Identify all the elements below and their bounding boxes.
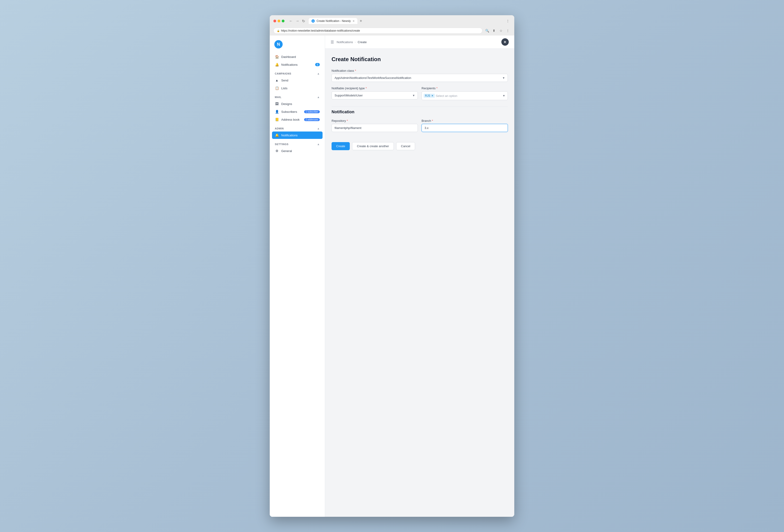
notification-class-group: Notification class * App\Admin\Notificat… bbox=[332, 69, 508, 82]
recipients-field[interactable]: RJS ✕ Select an option ▼ bbox=[422, 91, 508, 100]
notification-class-wrapper: App\Admin\Notifications\TestWorkflowSucc… bbox=[332, 74, 508, 82]
url-display: https://notion-newsletter.test/admin/dat… bbox=[281, 29, 360, 32]
sidebar-label-notifications: Notifications bbox=[281, 63, 298, 66]
create-button[interactable]: Create bbox=[332, 142, 350, 150]
repository-input[interactable] bbox=[332, 124, 418, 132]
refresh-button[interactable]: ↻ bbox=[301, 19, 306, 24]
tab-favicon: N bbox=[311, 19, 315, 23]
mail-toggle[interactable]: ▲ bbox=[317, 95, 320, 99]
sidebar-nav: 🏠 Dashboard 🔔 Notifications 6 CAMPAIGNS … bbox=[270, 53, 325, 155]
lock-icon: 🔒 bbox=[277, 30, 280, 32]
sidebar-logo: N bbox=[270, 40, 325, 53]
minimize-traffic-light[interactable] bbox=[278, 20, 280, 22]
branch-input[interactable] bbox=[422, 124, 508, 132]
required-marker-3: * bbox=[436, 86, 438, 90]
notifiable-type-label: Notifiable (recipient) type * bbox=[332, 86, 418, 90]
forward-button[interactable]: → bbox=[295, 19, 300, 24]
page-title: Create Notification bbox=[332, 56, 508, 62]
sidebar-label-send: Send bbox=[281, 79, 288, 82]
main-content: ☰ Notifications › Create R Create Notifi… bbox=[325, 35, 514, 517]
breadcrumb-root: Notifications bbox=[337, 40, 353, 44]
bookmark-button[interactable]: ☆ bbox=[498, 28, 504, 33]
address-bar[interactable]: 🔒 https://notion-newsletter.test/admin/d… bbox=[273, 28, 482, 34]
required-marker: * bbox=[355, 69, 356, 73]
menu-button[interactable]: ⋮ bbox=[505, 28, 511, 33]
browser-controls: ← → ↻ N Create Notification - Newsly ✕ +… bbox=[273, 18, 511, 24]
logo-icon: N bbox=[274, 40, 283, 49]
notifiable-type-group: Notifiable (recipient) type * Support\Mo… bbox=[332, 86, 418, 100]
browser-window: ← → ↻ N Create Notification - Newsly ✕ +… bbox=[270, 15, 514, 517]
app-layout: N 🏠 Dashboard 🔔 Notifications 6 CAMPAIGN… bbox=[270, 35, 514, 517]
bell-icon: 🔔 bbox=[275, 63, 279, 66]
general-icon: ⚙ bbox=[275, 149, 279, 153]
campaigns-section-label: CAMPAIGNS bbox=[275, 72, 291, 75]
sidebar-item-admin-notifications[interactable]: 🔔 Notifications bbox=[272, 132, 323, 139]
sidebar-item-notifications[interactable]: 🔔 Notifications 6 bbox=[272, 61, 323, 68]
recipients-chevron: ▼ bbox=[503, 94, 505, 97]
settings-section-header: SETTINGS ▲ bbox=[272, 139, 323, 147]
close-traffic-light[interactable] bbox=[273, 20, 276, 22]
sidebar-item-dashboard[interactable]: 🏠 Dashboard bbox=[272, 53, 323, 60]
breadcrumb-current: Create bbox=[358, 40, 367, 44]
sidebar-label-designs: Designs bbox=[281, 102, 292, 106]
browser-chrome: ← → ↻ N Create Notification - Newsly ✕ +… bbox=[270, 15, 514, 35]
notifiable-type-wrapper: Support\Models\User ▼ bbox=[332, 91, 418, 100]
sidebar-item-subscribers[interactable]: 👤 Subscribers 1 subscriber bbox=[272, 108, 323, 115]
branch-group: Branch * bbox=[422, 119, 508, 132]
maximize-traffic-light[interactable] bbox=[282, 20, 284, 22]
new-tab-button[interactable]: + bbox=[358, 18, 364, 24]
lists-icon: 📋 bbox=[275, 86, 279, 90]
campaigns-toggle[interactable]: ▲ bbox=[317, 72, 320, 75]
repo-branch-row: Repository * Branch * bbox=[332, 119, 508, 137]
subscribers-badge: 1 subscriber bbox=[304, 110, 320, 113]
notification-class-select[interactable]: App\Admin\Notifications\TestWorkflowSucc… bbox=[332, 74, 508, 82]
user-avatar[interactable]: R bbox=[501, 38, 509, 46]
sidebar-label-admin-notifications: Notifications bbox=[281, 134, 298, 137]
sidebar-label-lists: Lists bbox=[281, 86, 287, 90]
branch-label: Branch * bbox=[422, 119, 508, 122]
cancel-button[interactable]: Cancel bbox=[396, 142, 415, 150]
sidebar-item-send[interactable]: ▲ Send bbox=[272, 77, 323, 84]
breadcrumb: Notifications › Create bbox=[337, 40, 367, 44]
sidebar-item-address-book[interactable]: 📒 Address book 2 addresses bbox=[272, 116, 323, 123]
tab-title: Create Notification - Newsly bbox=[316, 19, 351, 23]
sidebar-item-designs[interactable]: 🖼 Designs bbox=[272, 100, 323, 108]
admin-section-header: ADMIN ▲ bbox=[272, 124, 323, 132]
settings-toggle[interactable]: ▲ bbox=[317, 143, 320, 146]
sidebar-label-address-book: Address book bbox=[281, 118, 300, 121]
admin-notifications-icon: 🔔 bbox=[275, 133, 279, 137]
create-another-button[interactable]: Create & create another bbox=[352, 142, 394, 150]
hamburger-button[interactable]: ☰ bbox=[331, 40, 334, 44]
recipient-tag-rjs: RJS ✕ bbox=[424, 94, 435, 98]
form-area: Create Notification Notification class *… bbox=[325, 49, 514, 517]
search-browser-button[interactable]: 🔍 bbox=[484, 28, 490, 33]
tab-close-button[interactable]: ✕ bbox=[353, 20, 355, 23]
back-button[interactable]: ← bbox=[288, 19, 294, 24]
repository-group: Repository * bbox=[332, 119, 418, 132]
recipients-label: Recipients * bbox=[422, 86, 508, 90]
active-tab[interactable]: N Create Notification - Newsly ✕ bbox=[309, 18, 357, 24]
sidebar-item-general[interactable]: ⚙ General bbox=[272, 147, 323, 155]
breadcrumb-separator: › bbox=[355, 40, 356, 44]
recipient-tag-remove[interactable]: ✕ bbox=[431, 94, 433, 97]
repository-label: Repository * bbox=[332, 119, 418, 122]
address-badge: 2 addresses bbox=[304, 118, 320, 121]
settings-section-label: SETTINGS bbox=[275, 143, 288, 146]
tab-bar: N Create Notification - Newsly ✕ + bbox=[309, 18, 503, 24]
traffic-lights bbox=[273, 20, 284, 22]
extensions-button[interactable]: ⋮ bbox=[505, 18, 511, 24]
share-button[interactable]: ⬆ bbox=[491, 28, 497, 33]
send-icon: ▲ bbox=[275, 79, 279, 82]
action-buttons: Create Create & create another Cancel bbox=[332, 142, 508, 150]
admin-section-label: ADMIN bbox=[275, 127, 284, 130]
home-icon: 🏠 bbox=[275, 55, 279, 59]
admin-toggle[interactable]: ▲ bbox=[317, 127, 320, 130]
notification-section-title: Notification bbox=[332, 107, 508, 114]
url-path: /admin/database-notifications/create bbox=[315, 29, 360, 32]
notifiable-recipients-row: Notifiable (recipient) type * Support\Mo… bbox=[332, 86, 508, 105]
sidebar-item-lists[interactable]: 📋 Lists bbox=[272, 84, 323, 92]
designs-icon: 🖼 bbox=[275, 102, 279, 106]
sidebar-label-general: General bbox=[281, 149, 292, 153]
recipients-group: Recipients * RJS ✕ Select an option ▼ bbox=[422, 86, 508, 100]
notifiable-type-select[interactable]: Support\Models\User bbox=[332, 91, 418, 100]
